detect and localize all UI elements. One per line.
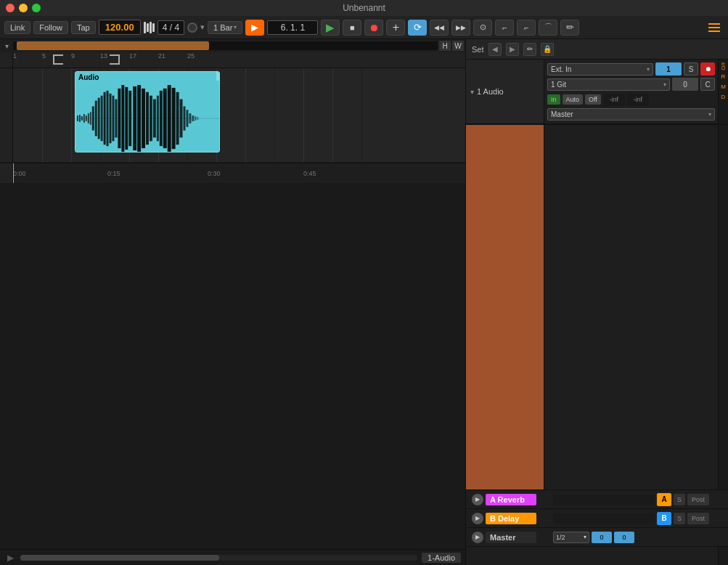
monitor-arrow: ▾ xyxy=(200,23,205,32)
monitor-off-button[interactable]: Off xyxy=(585,94,601,105)
ruler-marks: 1 5 9 13 17 21 25 xyxy=(13,52,465,68)
monitor-auto-button[interactable]: Auto xyxy=(563,94,584,105)
plus-icon: + xyxy=(393,21,399,34)
link-button[interactable]: Link xyxy=(4,21,30,34)
track-volume[interactable]: 1 xyxy=(655,62,682,76)
reverb-play-button[interactable]: ▶ xyxy=(472,494,483,505)
svg-rect-2 xyxy=(77,115,78,121)
follow-button[interactable]: Follow xyxy=(33,21,68,34)
svg-rect-18 xyxy=(118,89,120,148)
svg-rect-25 xyxy=(146,92,149,145)
io-button[interactable]: I/O xyxy=(720,62,727,70)
a-reverb-cell: ▶ A Reverb xyxy=(469,494,547,505)
svg-rect-17 xyxy=(115,99,117,138)
scroll-track[interactable] xyxy=(20,555,417,561)
curve-tool-button[interactable]: ⌒ xyxy=(539,20,557,36)
overview-scroll[interactable] xyxy=(13,41,438,50)
bpm-display[interactable]: 120.00 xyxy=(99,20,141,35)
traffic-lights xyxy=(6,4,41,12)
delay-b-tag[interactable]: B xyxy=(657,512,671,525)
svg-rect-7 xyxy=(88,113,89,123)
punch-button[interactable]: ⊙ xyxy=(473,20,492,36)
git-dropdown[interactable]: 1 Git ▾ xyxy=(547,78,670,91)
quantize-label: 1 Bar xyxy=(213,23,232,32)
svg-rect-26 xyxy=(150,96,152,142)
ext-in-dropdown[interactable]: Ext. In ▾ xyxy=(547,63,653,76)
arrangement-record-button[interactable]: ▶ xyxy=(245,20,264,36)
git-label: 1 Git xyxy=(551,81,566,89)
master-val-left[interactable]: 0 xyxy=(592,532,612,543)
pencil-button[interactable]: ✏ xyxy=(560,20,579,36)
master-dropdown[interactable]: Master ▾ xyxy=(547,108,715,121)
set-next-button[interactable]: ▶ xyxy=(506,43,519,56)
close-button[interactable] xyxy=(6,4,15,12)
m-button[interactable]: M xyxy=(720,83,727,90)
audio-clip[interactable]: Audio xyxy=(75,71,220,153)
svg-rect-8 xyxy=(90,112,91,125)
metronome-icon xyxy=(144,22,155,33)
ruler-bottom-spacer xyxy=(0,163,13,183)
minimize-button[interactable] xyxy=(19,4,28,12)
bottom-play-button[interactable]: ▶ xyxy=(4,552,16,564)
loop-end-bracket xyxy=(110,54,120,65)
set-lock-button[interactable]: 🔒 xyxy=(541,43,554,56)
track-collapse-arrow[interactable]: ▾ xyxy=(470,88,474,96)
monitor-in-button[interactable]: In xyxy=(547,94,560,105)
overview-left-arrow[interactable]: ▾ xyxy=(1,41,12,51)
time-marks-container: 0:00 0:15 0:30 0:45 xyxy=(13,163,465,183)
time-0-45: 0:45 xyxy=(303,170,316,177)
master-play-button[interactable]: ▶ xyxy=(472,532,483,543)
quantize-dropdown[interactable]: 1 Bar ▾ xyxy=(208,21,242,34)
reverb-post-button[interactable]: Post xyxy=(687,494,709,505)
session-clip-slot[interactable] xyxy=(466,125,544,489)
forward-button[interactable]: ▶▶ xyxy=(451,20,470,36)
svg-rect-30 xyxy=(163,89,167,148)
track-content-area[interactable]: Audio xyxy=(13,68,465,162)
input-monitor-icon[interactable] xyxy=(187,23,197,33)
tap-button[interactable]: Tap xyxy=(71,21,96,34)
master-ratio-dropdown[interactable]: 1/2 ▾ xyxy=(553,532,589,543)
git-arrow: ▾ xyxy=(663,81,666,88)
solo-button[interactable]: S xyxy=(684,62,698,76)
c-button[interactable]: C xyxy=(700,78,715,91)
loop-button[interactable]: ⟳ xyxy=(408,20,427,36)
master-val-right[interactable]: 0 xyxy=(614,532,634,543)
set-edit-button[interactable]: ✏ xyxy=(523,43,536,56)
set-prev-button[interactable]: ◀ xyxy=(488,43,502,56)
svg-rect-15 xyxy=(110,94,112,144)
play-button[interactable]: ▶ xyxy=(321,20,340,36)
arrangement-lanes: Audio xyxy=(0,68,465,549)
delay-label: B Delay xyxy=(486,513,536,524)
loop-start-bracket xyxy=(53,54,63,65)
time-signature[interactable]: 4 / 4 xyxy=(158,20,184,35)
svg-rect-19 xyxy=(121,85,124,152)
menu-button[interactable] xyxy=(705,20,724,36)
b-delay-cell: ▶ B Delay xyxy=(469,513,547,524)
overview-fill xyxy=(17,41,209,50)
square-tool-button[interactable]: ⌐ xyxy=(517,20,536,36)
d-button[interactable]: D xyxy=(720,93,727,100)
delay-play-button[interactable]: ▶ xyxy=(472,513,483,524)
w-button[interactable]: W xyxy=(452,41,464,51)
delay-post-button[interactable]: Post xyxy=(687,513,709,524)
arm-record-button[interactable]: ⏺ xyxy=(700,62,715,76)
back-button[interactable]: ◀◀ xyxy=(430,20,449,36)
svg-rect-22 xyxy=(133,86,136,150)
add-button[interactable]: + xyxy=(386,20,405,36)
maximize-button[interactable] xyxy=(32,4,41,12)
stop-button[interactable]: ■ xyxy=(343,20,361,36)
h-button[interactable]: H xyxy=(439,41,451,51)
reverb-a-tag[interactable]: A xyxy=(657,493,671,506)
track-pan[interactable]: 0 xyxy=(672,78,698,91)
delay-s-button[interactable]: S xyxy=(674,513,685,524)
svg-rect-9 xyxy=(92,106,94,130)
position-display[interactable]: 6. 1. 1 xyxy=(267,20,318,35)
svg-rect-6 xyxy=(86,115,87,121)
record-button[interactable]: ⏺ xyxy=(364,20,383,36)
r-button[interactable]: R xyxy=(720,73,727,80)
svg-rect-20 xyxy=(125,87,128,150)
corner-tool-button[interactable]: ⌐ xyxy=(495,20,514,36)
reverb-s-button[interactable]: S xyxy=(674,494,685,505)
monitor-row: In Auto Off -inf -inf xyxy=(547,93,715,106)
svg-rect-31 xyxy=(168,85,171,152)
